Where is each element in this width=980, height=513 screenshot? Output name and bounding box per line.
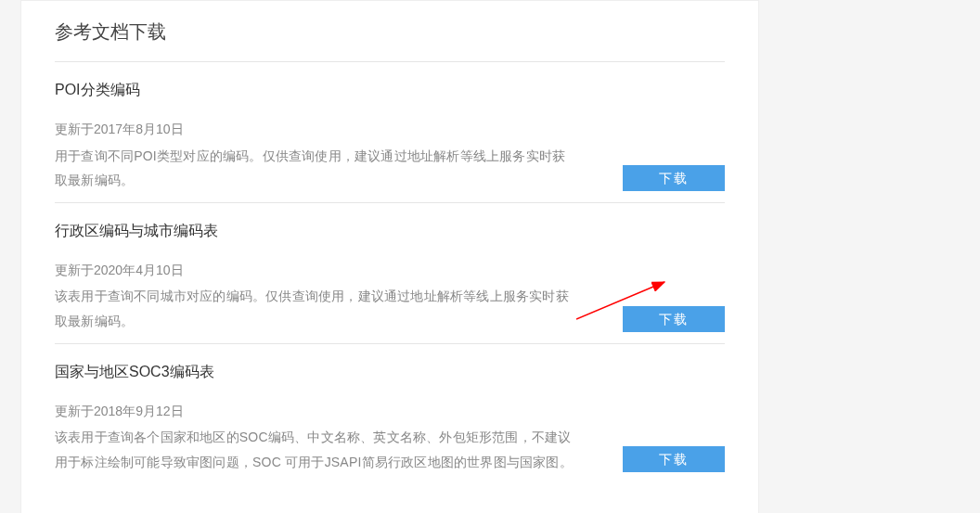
section-title: 参考文档下载 bbox=[55, 19, 725, 61]
item-update-date: 更新于2020年4月10日 bbox=[55, 258, 725, 283]
item-description: 用于查询不同POI类型对应的编码。仅供查询使用，建议通过地址解析等线上服务实时获… bbox=[55, 144, 574, 193]
download-item-poi: POI分类编码 更新于2017年8月10日 用于查询不同POI类型对应的编码。仅… bbox=[55, 61, 725, 202]
download-section-card: 参考文档下载 POI分类编码 更新于2017年8月10日 用于查询不同POI类型… bbox=[20, 0, 759, 513]
download-item-region-code: 行政区编码与城市编码表 更新于2020年4月10日 该表用于查询不同城市对应的编… bbox=[55, 202, 725, 343]
download-item-soc3: 国家与地区SOC3编码表 更新于2018年9月12日 该表用于查询各个国家和地区… bbox=[55, 343, 725, 484]
page-wrapper: 参考文档下载 POI分类编码 更新于2017年8月10日 用于查询不同POI类型… bbox=[20, 0, 759, 513]
item-update-date: 更新于2017年8月10日 bbox=[55, 117, 725, 142]
item-title: 行政区编码与城市编码表 bbox=[55, 222, 725, 241]
download-button[interactable]: 下载 bbox=[623, 165, 725, 191]
download-button[interactable]: 下载 bbox=[623, 306, 725, 332]
item-update-date: 更新于2018年9月12日 bbox=[55, 399, 725, 424]
item-title: POI分类编码 bbox=[55, 81, 725, 100]
item-title: 国家与地区SOC3编码表 bbox=[55, 363, 725, 382]
item-description: 该表用于查询不同城市对应的编码。仅供查询使用，建议通过地址解析等线上服务实时获取… bbox=[55, 284, 574, 333]
item-description: 该表用于查询各个国家和地区的SOC编码、中文名称、英文名称、外包矩形范围，不建议… bbox=[55, 425, 574, 474]
download-button[interactable]: 下载 bbox=[623, 446, 725, 472]
